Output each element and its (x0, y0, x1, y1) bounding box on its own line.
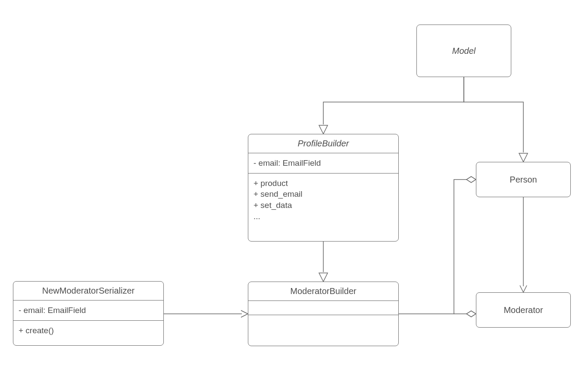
svg-marker-4 (466, 311, 476, 317)
class-moderatorbuilder: ModeratorBuilder (248, 282, 399, 346)
edge-moderatorbuilder-aggregates-moderator (454, 311, 476, 317)
class-moderatorbuilder-name: ModeratorBuilder (248, 282, 398, 301)
operation-row: + set_data (253, 200, 393, 211)
svg-marker-3 (466, 177, 476, 183)
diagram-canvas: Model ProfileBuilder - email: EmailField… (0, 0, 588, 378)
svg-marker-0 (319, 125, 328, 134)
edge-person-to-moderator (520, 197, 527, 292)
operation-row: + product (253, 178, 393, 189)
operation-row: ... (253, 211, 393, 222)
class-moderator: Moderator (476, 292, 571, 328)
edge-moderatorbuilder-aggregates-person (399, 177, 476, 314)
class-newmoderatorserializer: NewModeratorSerializer - email: EmailFie… (13, 281, 164, 346)
class-profilebuilder-attributes: - email: EmailField (248, 153, 398, 173)
class-profilebuilder-operations: + product + send_email + set_data ... (248, 174, 398, 226)
svg-marker-2 (319, 273, 328, 282)
operation-row: + create() (19, 325, 158, 336)
class-person: Person (476, 162, 571, 197)
edge-person-extends-model (464, 77, 528, 162)
class-newmoderatorserializer-attributes: - email: EmailField (13, 301, 163, 320)
class-person-name: Person (510, 175, 537, 185)
class-moderator-name: Moderator (504, 305, 543, 315)
edge-serializer-to-moderatorbuilder (164, 310, 248, 317)
class-model: Model (416, 25, 511, 77)
class-moderatorbuilder-operations (248, 315, 398, 329)
attribute-row: - email: EmailField (19, 305, 158, 316)
class-model-name: Model (452, 46, 475, 56)
edge-profilebuilder-extends-model (319, 77, 464, 134)
svg-marker-1 (519, 153, 528, 162)
operation-row: + send_email (253, 189, 393, 200)
class-newmoderatorserializer-name: NewModeratorSerializer (13, 282, 163, 300)
class-profilebuilder-name: ProfileBuilder (248, 134, 398, 153)
class-profilebuilder: ProfileBuilder - email: EmailField + pro… (248, 134, 399, 242)
attribute-row: - email: EmailField (253, 158, 393, 169)
class-newmoderatorserializer-operations: + create() (13, 321, 163, 341)
class-moderatorbuilder-attributes (248, 301, 398, 315)
edge-moderatorbuilder-extends-profilebuilder (319, 242, 328, 282)
